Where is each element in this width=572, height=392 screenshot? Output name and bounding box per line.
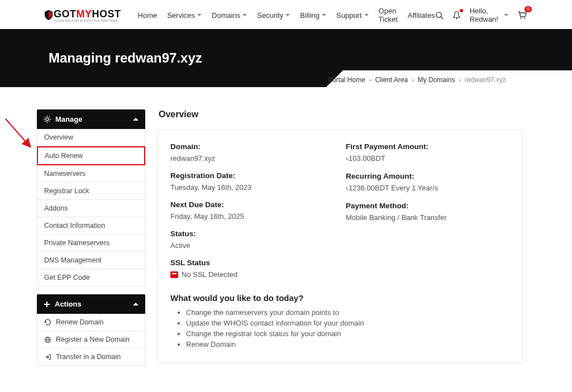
sidebar: Manage OverviewAuto RenewNameserversRegi… [37, 109, 145, 366]
sidebar-manage-header[interactable]: Manage [37, 109, 145, 129]
ssl-badge-icon [170, 271, 178, 278]
logo-got: GOT [54, 8, 77, 20]
nav-open-ticket[interactable]: Open Ticket [379, 7, 398, 23]
sidebar-item-get-epp-code[interactable]: Get EPP Code [37, 269, 145, 286]
field-label: Domain: [170, 142, 335, 151]
field-value: ৳1236.00BDT Every 1 Year/s [346, 184, 510, 193]
breadcrumb-link[interactable]: Portal Home [328, 76, 365, 84]
sidebar-actions-header[interactable]: Actions [37, 294, 145, 314]
todo-item[interactable]: Update the WHOIS contact information for… [186, 319, 510, 327]
content: Manage OverviewAuto RenewNameserversRegi… [0, 87, 572, 366]
svg-line-11 [45, 117, 46, 118]
field-label: Payment Method: [346, 202, 510, 210]
chevron-down-icon [242, 14, 247, 16]
svg-line-1 [441, 17, 443, 19]
sidebar-item-contact-information[interactable]: Contact Information [37, 217, 145, 235]
breadcrumb-current: redwan97.xyz [465, 76, 506, 84]
todo-item[interactable]: Renew Domain [186, 340, 510, 348]
action-label: Transfer in a Domain [56, 353, 121, 361]
user-menu[interactable]: Hello, Redwan! [470, 7, 508, 23]
bell-icon[interactable] [452, 11, 461, 20]
sidebar-item-overview[interactable]: Overview [37, 129, 145, 146]
field-value: Friday, May 16th, 2025 [170, 212, 335, 221]
field-label: First Payment Amount: [346, 142, 510, 151]
action-renew-domain[interactable]: Renew Domain [37, 314, 145, 331]
greeting-text: Hello, Redwan! [470, 7, 502, 23]
overview-field: First Payment Amount:৳103.00BDT [346, 142, 510, 163]
sidebar-item-registrar-lock[interactable]: Registrar Lock [37, 183, 145, 200]
cart-icon[interactable]: 0 [517, 11, 527, 20]
nav-services[interactable]: Services [167, 11, 202, 20]
chevron-down-icon [504, 14, 508, 16]
action-label: Renew Domain [56, 318, 103, 326]
svg-point-0 [436, 12, 441, 17]
sidebar-item-auto-renew[interactable]: Auto Renew [37, 146, 145, 165]
overview-field: Payment Method:Mobile Banking / Bank Tra… [346, 202, 510, 222]
overview-field: Status:Active [170, 230, 335, 250]
search-icon[interactable] [435, 11, 444, 20]
field-value: Mobile Banking / Bank Transfer [346, 213, 510, 222]
logo-sub: YOUR RELIABLE HOSTING PARTNER [54, 19, 121, 22]
svg-rect-4 [524, 18, 525, 19]
field-label: Recurring Amount: [346, 172, 510, 180]
nav-domains[interactable]: Domains [212, 11, 247, 20]
nav-affiliates[interactable]: Affiliates [408, 11, 435, 20]
todo-item[interactable]: Change the registrar lock status for you… [186, 329, 510, 338]
chevron-down-icon [322, 14, 326, 16]
overview-field: Recurring Amount:৳1236.00BDT Every 1 Yea… [346, 172, 510, 193]
field-value: Tuesday, May 16th, 2023 [170, 183, 335, 192]
field-label: Registration Date: [170, 171, 335, 180]
overview-field: Domain:redwan97.xyz [170, 142, 335, 162]
field-label: Next Due Date: [170, 200, 335, 209]
chevron-down-icon [364, 14, 369, 16]
sidebar-item-addons[interactable]: Addons [37, 200, 145, 217]
page-title: Managing redwan97.xyz [49, 50, 202, 66]
page-banner: Managing redwan97.xyz Portal Home»Client… [0, 29, 572, 87]
todo-item[interactable]: Change the nameservers your domain point… [186, 308, 510, 317]
field-value: No SSL Detected [182, 270, 237, 279]
sidebar-actions-title: Actions [55, 300, 82, 308]
overview-field: Next Due Date:Friday, May 16th, 2025 [170, 200, 335, 221]
refresh-icon [44, 319, 51, 326]
logo[interactable]: GOTMYHOST YOUR RELIABLE HOSTING PARTNER [45, 8, 121, 22]
svg-line-12 [49, 121, 50, 122]
share-icon [44, 353, 51, 361]
field-value: Active [170, 241, 335, 250]
svg-point-2 [456, 18, 457, 19]
notification-dot [460, 9, 463, 12]
field-value: redwan97.xyz [170, 154, 335, 162]
nav-support[interactable]: Support [336, 11, 369, 20]
svg-rect-3 [520, 18, 521, 19]
breadcrumb-sep: » [411, 77, 414, 83]
nav-billing[interactable]: Billing [300, 11, 326, 20]
main: Overview Domain:redwan97.xyzRegistration… [158, 109, 523, 364]
todo-title: What would you like to do today? [170, 293, 510, 303]
main-nav: HomeServices Domains Security Billing Su… [138, 7, 435, 23]
nav-security[interactable]: Security [257, 11, 290, 20]
right-nav: Hello, Redwan! 0 [435, 7, 527, 23]
breadcrumb-link[interactable]: Client Area [375, 76, 408, 84]
sidebar-item-private-nameservers[interactable]: Private Nameservers [37, 235, 145, 252]
action-transfer-in-a-domain[interactable]: Transfer in a Domain [37, 348, 145, 366]
field-value: ৳103.00BDT [346, 154, 510, 163]
sidebar-manage-title: Manage [55, 115, 82, 123]
field-label: SSL Status [170, 259, 335, 267]
overview-field: SSL StatusNo SSL Detected [170, 259, 335, 279]
cart-badge: 0 [525, 6, 532, 12]
logo-host: HOST [92, 8, 121, 20]
globe-icon [44, 336, 51, 343]
breadcrumb: Portal Home»Client Area»My Domains»redwa… [328, 76, 506, 84]
svg-point-6 [46, 118, 49, 121]
sidebar-item-nameservers[interactable]: Nameservers [37, 165, 145, 183]
shield-icon [45, 10, 53, 20]
chevron-down-icon [285, 14, 290, 16]
gear-icon [44, 116, 51, 123]
action-label: Register a New Domain [56, 336, 130, 343]
nav-home[interactable]: Home [138, 11, 158, 20]
action-register-a-new-domain[interactable]: Register a New Domain [37, 331, 145, 348]
breadcrumb-sep: » [458, 77, 461, 83]
overview-field: Registration Date:Tuesday, May 16th, 202… [170, 171, 335, 192]
overview-card: Domain:redwan97.xyzRegistration Date:Tue… [158, 130, 523, 364]
breadcrumb-link[interactable]: My Domains [418, 76, 455, 84]
sidebar-item-dns-management[interactable]: DNS Management [37, 252, 145, 269]
